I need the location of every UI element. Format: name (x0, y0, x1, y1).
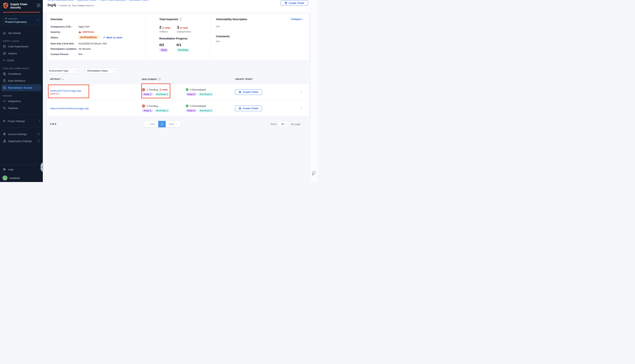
row-menu-kebab-icon[interactable]: ⋮ (300, 90, 303, 94)
total-impacted-heading: Total Impacted (159, 18, 178, 21)
page-size-select[interactable]: 20 (279, 121, 289, 127)
remediation-cube-icon (3, 86, 6, 89)
breadcrumb-organization[interactable]: Organization: default (77, 0, 96, 1)
chevron-right-icon (39, 120, 40, 122)
sidebar-item-label: Code Repositories (8, 45, 29, 48)
apps-grid-icon[interactable] (37, 4, 40, 7)
pending-count: 1 Pending (146, 88, 158, 91)
create-ticket-button-header[interactable]: Create Ticket (281, 0, 308, 6)
breadcrumb-account[interactable]: Account: Automation-SSCA (48, 0, 74, 1)
info-icon[interactable]: i (179, 18, 182, 20)
severity-label: Severity: (51, 31, 78, 34)
sidebar-item-cicd[interactable]: ∞ CI/CD (0, 57, 43, 64)
remediated-cell: 0 Remediated Prod: 0 Pre-Prod: 0 (186, 84, 213, 100)
artifacts-count: 2 (159, 25, 161, 29)
svg-text:?: ? (4, 168, 5, 170)
pending-icon (142, 104, 145, 108)
divider (3, 128, 40, 128)
sidebar-item-label: Pipelines (8, 107, 18, 110)
breadcrumb-project[interactable]: Project: Product Exploratory (99, 0, 126, 1)
gear-icon: ⚙ (3, 120, 5, 122)
sidebar-item-organization-settings[interactable]: Organization Settings i (0, 138, 43, 144)
info-icon[interactable]: i (158, 78, 161, 80)
sidebar-item-get-started[interactable]: Get Started (0, 30, 43, 36)
sidebar-item-compliance[interactable]: Compliance (0, 70, 43, 77)
chevron-down-icon (74, 70, 76, 71)
remediation-progress-heading: Remediation Progress (159, 37, 210, 40)
pending-cell: 2 Pending Prod: 1 Pre-Prod: 1 (142, 100, 170, 116)
sidebar-item-artifacts[interactable]: Artifacts (0, 50, 43, 57)
comments-value: N/A (216, 40, 309, 43)
environment-type-filter[interactable]: Environment Type (47, 68, 78, 74)
sidebar-item-help[interactable]: ? Help (0, 166, 43, 173)
artifacts-new-count: (1 new) (162, 26, 170, 29)
ticket-diamond-icon (285, 2, 287, 4)
right-scroll-strip[interactable] (310, 0, 317, 182)
comments-heading: Comments (216, 35, 309, 38)
clipboard-check-icon (3, 79, 6, 82)
breadcrumb: Account: Automation-SSCA›Organization: d… (48, 0, 317, 1)
breadcrumb-separator: › (98, 0, 98, 1)
sidebar-item-label: Compliance (8, 72, 21, 75)
vulnerability-description-value: N/A (216, 25, 309, 28)
page-title: log4j (48, 3, 56, 7)
prev-page-button[interactable]: ← Prev (143, 121, 158, 127)
code-repo-icon (3, 45, 6, 48)
sidebar-item-pipelines[interactable]: Pipelines (0, 104, 43, 112)
layers-icon (3, 133, 6, 136)
sidebar-item-rule-definitions[interactable]: Rule Definitions (0, 77, 43, 84)
support-chat-icon[interactable] (312, 171, 317, 176)
project-label: PROJECT (8, 18, 18, 20)
artifact-link[interactable]: lavakush07/easy-buggy-app (50, 89, 81, 92)
sidebar-item-label: Organization Settings (8, 140, 32, 142)
breadcrumb-remediation-tracker[interactable]: Remediation Tracker (129, 0, 148, 1)
sidebar-item-project-settings[interactable]: ⚙ Project Settings (0, 118, 43, 124)
main-content: Account: Automation-SSCA›Organization: d… (43, 0, 317, 182)
supply-chain-security-logo-icon (3, 2, 9, 10)
artifact-link[interactable]: tejakummarikuntla/easy-buggy-app (50, 107, 89, 110)
critical-warning-icon (78, 31, 81, 33)
collapse-link[interactable]: Collapse (291, 18, 304, 20)
info-icon[interactable]: i (56, 92, 58, 95)
create-ticket-button-row[interactable]: Create Ticket (235, 89, 262, 95)
section-risk-and-compliance: RISK AND COMPLIANCE (3, 68, 40, 70)
user-menu[interactable]: L Lavakush (0, 174, 43, 182)
sidebar-item-label: CI/CD (7, 59, 14, 62)
button-label: Create Ticket (243, 107, 258, 110)
preprod-badge: Pre-Prod: 0 (198, 109, 213, 112)
org-chart-icon (3, 140, 6, 142)
arrow-left-icon: ← (146, 123, 149, 126)
page-subtitle: Created by Teja Kummarikuntla (59, 4, 94, 7)
sidebar-item-integrations[interactable]: Integrations (0, 98, 43, 104)
sidebar-item-code-repositories[interactable]: Code Repositories (0, 43, 43, 50)
avatar: L (3, 176, 7, 180)
overview-section: Overview Component | CVE : log4j | N/A S… (47, 14, 146, 60)
document-search-icon (3, 72, 6, 75)
create-ticket-button-row[interactable]: Create Ticket (235, 106, 262, 111)
artifacts-stat-label: Artifacts (159, 30, 170, 33)
column-header-artifact[interactable]: ARTIFACT ▲ (50, 78, 64, 80)
next-page-button[interactable]: Next → (166, 121, 181, 127)
sidebar: Supply Chain Security PROJECT Product Ex (0, 0, 43, 182)
impacted-deployments-stat: 3(1 new) Deployments (177, 25, 191, 33)
breadcrumb-separator: › (75, 0, 76, 1)
project-selector[interactable]: PROJECT Product Exploratory (3, 16, 40, 25)
app-root: Supply Chain Security PROJECT Product Ex (0, 0, 317, 182)
page-number-1[interactable]: 1 (158, 121, 166, 127)
sort-ascending-icon: ▲ (62, 78, 64, 80)
help-chat-icon: ? (3, 168, 6, 171)
row-menu-kebab-icon[interactable]: ⋮ (300, 107, 303, 110)
remediated-check-icon (186, 88, 188, 91)
button-label: Create Ticket (243, 91, 258, 94)
remediation-status-filter[interactable]: Remediation Status (85, 68, 116, 74)
table-row: lavakush07/easy-buggy-app (new i ) (47, 84, 309, 100)
sidebar-item-remediation-tracker[interactable]: Remediation Tracker (2, 84, 41, 91)
info-icon: i (38, 133, 40, 136)
per-page-label: per page (291, 123, 300, 126)
sidebar-item-account-settings[interactable]: Account Settings i (0, 131, 43, 138)
home-icon (3, 32, 6, 34)
mark-as-done-link[interactable]: ✓ Mark as done (103, 36, 122, 39)
deployments-count: 3 (177, 25, 179, 29)
deployments-new-count: (1 new) (180, 26, 188, 29)
preprod-progress-value: 0/1 (176, 43, 190, 47)
